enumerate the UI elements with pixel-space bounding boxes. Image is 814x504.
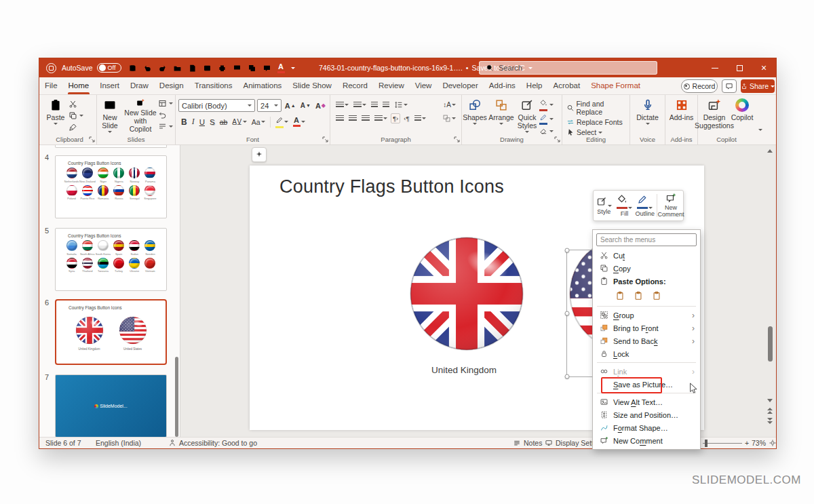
selection-handle[interactable] <box>565 311 570 316</box>
slide-4-thumbnail[interactable]: Country Flags Button Icons NetherlandsNe… <box>55 155 167 218</box>
change-case-button[interactable]: Aa <box>250 117 267 127</box>
slide-layout-icon[interactable] <box>158 99 167 108</box>
panel-scrollbar-thumb[interactable] <box>175 357 178 437</box>
menu-search-box[interactable] <box>596 233 697 246</box>
tab-draw[interactable]: Draw <box>125 77 154 94</box>
slide-3-thumbnail-edge[interactable] <box>55 145 167 148</box>
outline-button[interactable]: Outline <box>635 194 655 217</box>
dialog-launcher-icon[interactable] <box>454 136 460 142</box>
format-painter-icon[interactable] <box>69 123 77 132</box>
selection-handle[interactable] <box>565 374 570 379</box>
columns-button[interactable] <box>413 115 427 122</box>
record-button[interactable]: Record <box>681 79 718 93</box>
slide-indicator[interactable]: Slide 6 of 7 <box>45 438 81 448</box>
menu-item-cut[interactable]: Cut <box>593 249 700 262</box>
uk-flag-button[interactable] <box>408 235 526 353</box>
numbering-button[interactable] <box>352 101 368 109</box>
align-left-button[interactable] <box>334 115 345 122</box>
menu-item-bring-to-front[interactable]: Bring to Front› <box>593 322 700 334</box>
cut-icon[interactable] <box>69 100 77 109</box>
tab-home[interactable]: Home <box>63 77 95 94</box>
comment-icon[interactable] <box>263 64 271 73</box>
font-color-icon[interactable]: A <box>277 63 285 73</box>
highlight-color-button[interactable] <box>274 115 290 129</box>
export-image-icon[interactable] <box>203 64 212 73</box>
scrollbar-thumb[interactable] <box>768 326 773 362</box>
menu-item-copy[interactable]: Copy <box>593 262 700 275</box>
save-icon[interactable] <box>128 64 137 73</box>
bullets-button[interactable] <box>334 101 350 109</box>
scroll-down-icon[interactable] <box>767 399 773 402</box>
menu-item-view-alt-text[interactable]: View Alt Text… <box>593 395 700 408</box>
paste-keep-source-formatting-button[interactable] <box>613 289 627 302</box>
paste-picture-button[interactable] <box>632 289 645 302</box>
tab-shape-format[interactable]: Shape Format <box>585 77 646 94</box>
zoom-level[interactable]: 73% <box>752 438 766 448</box>
collapse-ribbon-chevron-icon[interactable] <box>758 129 762 131</box>
designer-button[interactable] <box>252 147 267 162</box>
zoom-slider-thumb[interactable] <box>705 440 708 447</box>
design-suggestions-button[interactable]: Design Suggestions <box>698 95 731 133</box>
tab-help[interactable]: Help <box>521 77 548 94</box>
tab-add-ins[interactable]: Add-ins <box>484 77 521 94</box>
align-right-button[interactable] <box>360 115 371 122</box>
zoom-in-button[interactable]: + <box>745 438 749 448</box>
print-icon[interactable] <box>218 64 227 73</box>
new-slide-button[interactable]: New Slide <box>97 95 123 133</box>
tab-developer[interactable]: Developer <box>437 77 483 94</box>
addins-button[interactable]: Add-ins <box>665 95 697 133</box>
arrange-button[interactable]: Arrange <box>488 95 515 133</box>
tab-design[interactable]: Design <box>154 77 189 94</box>
decrease-indent-button[interactable] <box>370 101 379 109</box>
shape-effects-icon[interactable] <box>539 127 547 135</box>
undo-icon[interactable] <box>143 64 152 73</box>
shadow-button[interactable]: S <box>208 117 216 127</box>
tab-slide-show[interactable]: Slide Show <box>287 77 337 94</box>
close-button[interactable]: × <box>752 58 776 77</box>
increase-indent-button[interactable] <box>381 101 391 109</box>
tab-record[interactable]: Record <box>337 77 373 94</box>
font-name-combo[interactable]: Calibri (Body) <box>178 99 255 112</box>
slide-5-thumbnail[interactable]: Country Flags Button Icons SomaliaSouth … <box>55 228 167 291</box>
comments-button[interactable] <box>722 79 737 93</box>
minimize-button[interactable] <box>703 58 727 77</box>
tab-review[interactable]: Review <box>373 77 410 94</box>
autosave-toggle[interactable]: Off <box>97 63 121 73</box>
new-comment-button[interactable]: New Comment <box>659 193 683 218</box>
reset-slide-icon[interactable] <box>158 111 167 119</box>
new-slide-with-copilot-button[interactable]: New Slide with Copilot <box>123 95 158 133</box>
menu-item-new-comment[interactable]: New Comment <box>593 434 700 447</box>
menu-item-format-shape[interactable]: Format Shape… <box>593 421 700 434</box>
tab-acrobat[interactable]: Acrobat <box>548 77 586 94</box>
menu-item-group[interactable]: Group› <box>593 309 700 322</box>
tab-transitions[interactable]: Transitions <box>189 77 238 94</box>
language-indicator[interactable]: English (India) <box>96 438 141 448</box>
menu-item-paste-options[interactable]: Paste Options: <box>593 275 700 288</box>
uk-flag-label[interactable]: United Kingdom <box>431 365 497 375</box>
line-spacing-button[interactable] <box>393 100 409 110</box>
search-bar[interactable] <box>479 61 657 75</box>
underline-button[interactable]: U <box>198 117 206 127</box>
qat-overflow-chevron-icon[interactable] <box>291 67 295 69</box>
new-file-icon[interactable] <box>188 64 197 73</box>
tab-view[interactable]: View <box>410 77 438 94</box>
find-and-replace-button[interactable]: Find and Replace <box>566 100 629 116</box>
italic-button[interactable]: I <box>191 116 196 128</box>
menu-item-lock[interactable]: Lock <box>593 347 700 360</box>
font-color-button[interactable]: A <box>292 116 307 128</box>
bold-button[interactable]: B <box>180 117 189 128</box>
open-file-icon[interactable] <box>173 64 182 73</box>
copilot-button[interactable]: Copilot <box>731 95 754 133</box>
strikethrough-button[interactable]: ab <box>218 117 229 127</box>
notes-button[interactable]: Notes <box>513 438 542 448</box>
section-icon[interactable] <box>158 122 167 131</box>
share-button[interactable]: Share <box>741 79 775 93</box>
maximize-button[interactable] <box>727 58 752 77</box>
menu-item-size-and-position[interactable]: Size and Position… <box>593 408 700 421</box>
paste-button[interactable]: Paste <box>43 95 69 133</box>
menu-item-send-to-back[interactable]: Send to Back› <box>593 334 700 347</box>
style-button[interactable]: Style <box>594 196 614 215</box>
quick-styles-button[interactable]: Quick Styles <box>515 95 539 133</box>
dialog-launcher-icon[interactable] <box>554 136 560 142</box>
align-center-button[interactable] <box>347 115 358 122</box>
